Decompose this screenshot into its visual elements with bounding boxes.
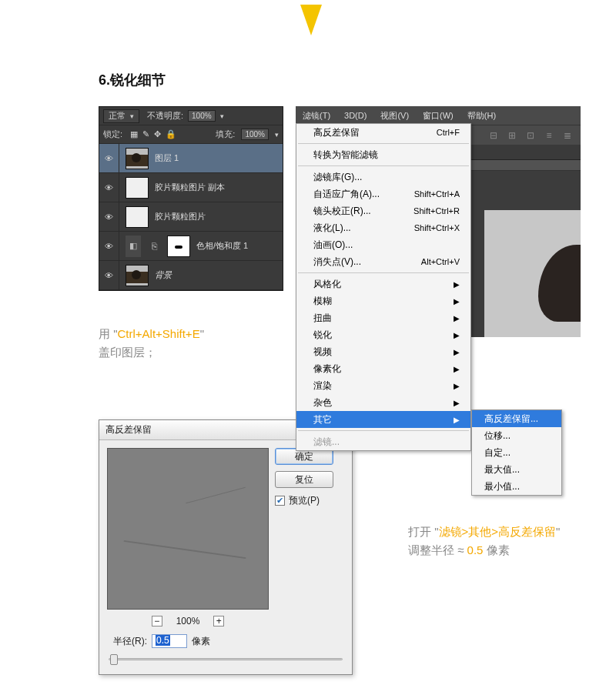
- visibility-toggle[interactable]: 👁: [99, 173, 119, 202]
- chevron-right-icon: ▶: [454, 314, 460, 322]
- chevron-right-icon: ▶: [454, 297, 460, 306]
- section-title: 6.锐化细节: [99, 71, 166, 89]
- menu-item-last-filter[interactable]: 高反差保留 Ctrl+F: [296, 124, 470, 141]
- layer-thumbnail[interactable]: [126, 206, 149, 228]
- menu-3d[interactable]: 3D(D): [337, 106, 373, 125]
- adjustment-icon[interactable]: ◧: [126, 236, 141, 257]
- menu-help[interactable]: 帮助(H): [460, 106, 503, 125]
- menu-window[interactable]: 窗口(W): [416, 106, 460, 125]
- menu-item-adaptive-wide[interactable]: 自适应广角(A)...Shift+Ctrl+A: [296, 185, 470, 202]
- opacity-value[interactable]: 100%: [188, 110, 216, 122]
- chevron-down-icon[interactable]: ▾: [220, 112, 224, 120]
- layer-item-stamped[interactable]: 👁 图层 1: [99, 144, 283, 173]
- menu-item-label: 扭曲: [313, 312, 332, 325]
- chevron-right-icon: ▶: [454, 280, 460, 289]
- visibility-toggle[interactable]: 👁: [99, 261, 119, 289]
- menu-item-label: 风格化: [313, 278, 341, 291]
- step-arrow-down-icon: [300, 5, 322, 35]
- preview-checkbox-row: ✔ 预览(P): [275, 494, 344, 507]
- menu-view[interactable]: 视图(V): [373, 106, 416, 125]
- menu-separator: [298, 272, 469, 273]
- layer-item-background[interactable]: 👁 背景: [99, 261, 283, 290]
- visibility-toggle[interactable]: 👁: [99, 232, 119, 260]
- reset-button[interactable]: 复位: [275, 471, 333, 488]
- layer-thumbnail[interactable]: [126, 148, 149, 169]
- canvas-image: [484, 210, 581, 337]
- layer-name: 背景: [155, 269, 172, 281]
- link-icon: ⎘: [147, 241, 161, 252]
- zoom-out-button[interactable]: −: [152, 616, 162, 627]
- menu-item-other[interactable]: 其它▶: [296, 411, 470, 428]
- submenu-item-custom[interactable]: 自定...: [472, 444, 561, 461]
- zoom-controls: − 100% +: [107, 616, 269, 627]
- chevron-right-icon: ▶: [454, 348, 460, 356]
- lock-brush-icon[interactable]: ✎: [142, 129, 149, 139]
- menu-item-label: 模糊: [313, 295, 332, 308]
- menu-item-liquify[interactable]: 液化(L)...Shift+Ctrl+X: [296, 219, 470, 236]
- menu-item-vanishing-point[interactable]: 消失点(V)...Alt+Ctrl+V: [296, 253, 470, 270]
- zoom-in-button[interactable]: +: [213, 616, 224, 627]
- menu-item-blur[interactable]: 模糊▶: [296, 292, 470, 309]
- menu-item-shortcut: Shift+Ctrl+A: [414, 189, 460, 199]
- lock-transparent-icon[interactable]: ▦: [130, 129, 138, 139]
- visibility-toggle[interactable]: 👁: [99, 144, 119, 172]
- menu-item-convert-smart[interactable]: 转换为智能滤镜: [296, 146, 470, 163]
- preview-checkbox[interactable]: ✔: [275, 496, 285, 506]
- align-icon[interactable]: ⊞: [507, 130, 517, 141]
- submenu-item-offset[interactable]: 位移...: [472, 427, 561, 444]
- fill-value[interactable]: 100%: [241, 129, 269, 140]
- preview-image[interactable]: [107, 448, 269, 610]
- menu-item-label: 像素化: [313, 363, 341, 376]
- menu-item-oilpaint[interactable]: 油画(O)...: [296, 236, 470, 253]
- layer-thumbnail[interactable]: [126, 177, 149, 199]
- menu-item-label: 杂色: [313, 396, 332, 409]
- menu-item-noise[interactable]: 杂色▶: [296, 394, 470, 411]
- menu-item-filter-gallery[interactable]: 滤镜库(G)...: [296, 169, 470, 185]
- submenu-item-maximum[interactable]: 最大值...: [472, 461, 561, 478]
- layer-item-grain-copy[interactable]: 👁 胶片颗粒图片 副本: [99, 173, 283, 202]
- menu-item-video[interactable]: 视频▶: [296, 343, 470, 360]
- eye-icon: 👁: [105, 212, 113, 222]
- eye-icon: 👁: [105, 154, 113, 163]
- layer-name: 图层 1: [155, 152, 179, 164]
- visibility-toggle[interactable]: 👁: [99, 202, 119, 231]
- zoom-value: 100%: [176, 616, 200, 627]
- distribute-icon[interactable]: ≡: [544, 130, 554, 141]
- radius-input[interactable]: 0.5: [152, 634, 187, 648]
- menu-item-pixelate[interactable]: 像素化▶: [296, 360, 470, 377]
- filter-other-submenu: 高反差保留... 位移... 自定... 最大值... 最小值...: [471, 409, 562, 496]
- chevron-right-icon: ▶: [454, 382, 460, 390]
- radius-unit: 像素: [192, 635, 210, 648]
- layer-name: 胶片颗粒图片 副本: [155, 182, 225, 193]
- slider-thumb[interactable]: [110, 654, 118, 665]
- highpass-dialog: 高反差保留 X − 100% + 确定 复位 ✔ 预览(P) 半径(R): 0.…: [99, 419, 353, 675]
- blend-mode-select[interactable]: 正常 ▾: [103, 109, 139, 123]
- menu-item-render[interactable]: 渲染▶: [296, 377, 470, 394]
- slider-track: [109, 658, 343, 660]
- menu-separator: [298, 143, 469, 144]
- lock-all-icon[interactable]: 🔒: [166, 129, 176, 139]
- menu-item-lens-correction[interactable]: 镜头校正(R)...Shift+Ctrl+R: [296, 202, 470, 219]
- menu-filter[interactable]: 滤镜(T): [296, 106, 337, 125]
- radius-slider[interactable]: [109, 653, 343, 665]
- layer-mask-thumbnail[interactable]: [167, 236, 190, 257]
- layer-item-hue-sat[interactable]: 👁 ◧ ⎘ 色相/饱和度 1: [99, 232, 283, 261]
- align-icon[interactable]: ⊡: [525, 130, 536, 141]
- distribute-icon[interactable]: ≣: [562, 130, 573, 141]
- menu-item-label: 高反差保留: [313, 126, 360, 139]
- chevron-right-icon: ▶: [454, 399, 460, 407]
- lock-label: 锁定:: [103, 129, 122, 140]
- align-icon[interactable]: ⊟: [488, 130, 499, 141]
- chevron-down-icon[interactable]: ▾: [275, 131, 279, 139]
- blend-mode-value: 正常: [109, 110, 126, 122]
- layer-thumbnail[interactable]: [126, 265, 149, 286]
- layer-item-grain[interactable]: 👁 胶片颗粒图片: [99, 202, 283, 232]
- submenu-item-highpass[interactable]: 高反差保留...: [472, 410, 561, 427]
- menu-item-sharpen[interactable]: 锐化▶: [296, 326, 470, 343]
- lock-move-icon[interactable]: ✥: [154, 129, 161, 139]
- submenu-item-minimum[interactable]: 最小值...: [472, 478, 561, 495]
- menu-item-distort[interactable]: 扭曲▶: [296, 309, 470, 326]
- menu-item-stylize[interactable]: 风格化▶: [296, 276, 470, 292]
- caption-highpass: 打开 "滤镜>其他>高反差保留" 调整半径 ≈ 0.5 像素: [408, 523, 560, 560]
- filter-menu-dropdown: 高反差保留 Ctrl+F 转换为智能滤镜 滤镜库(G)... 自适应广角(A).…: [296, 123, 471, 451]
